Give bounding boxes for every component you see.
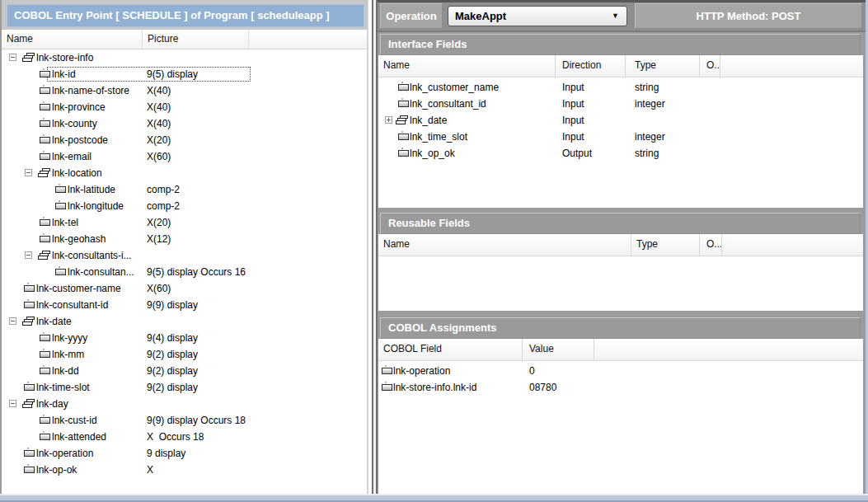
- tree-item-name: lnk-location: [52, 165, 102, 181]
- tree-row[interactable]: lnk-telX(20): [2, 214, 367, 231]
- tree-item-name: lnk-mm: [52, 346, 84, 363]
- tree-row[interactable]: lnk-mm9(2) display: [2, 346, 367, 363]
- tree-row[interactable]: lnk-latitudecomp-2: [2, 181, 367, 198]
- column-header-occurs[interactable]: O...: [700, 55, 720, 77]
- group-icon: [22, 317, 35, 326]
- tree-row[interactable]: lnk-location: [2, 165, 367, 181]
- panel-splitter[interactable]: [368, 0, 378, 494]
- tree-item-name: lnk-yyyy: [52, 330, 87, 346]
- collapse-toggle-icon[interactable]: [9, 317, 16, 325]
- tree-item-name: lnk-customer-name: [36, 280, 121, 297]
- tree-item-picture: comp-2: [147, 181, 180, 198]
- interface-field-row[interactable]: lnk_op_okOutputstring: [378, 145, 863, 162]
- operation-select[interactable]: MakeAppt ▼: [448, 6, 627, 26]
- group-icon: [38, 168, 51, 178]
- column-header-direction[interactable]: Direction: [556, 55, 626, 77]
- expand-toggle-icon[interactable]: [385, 116, 392, 124]
- tree-row[interactable]: lnk-dd9(2) display: [2, 363, 367, 379]
- field-icon: [40, 137, 50, 143]
- assignment-value: 08780: [529, 379, 556, 396]
- interface-field-row[interactable]: lnk_dateInput: [378, 112, 863, 129]
- column-header-cobol-field[interactable]: COBOL Field: [378, 339, 523, 360]
- tree-item-name: lnk-consultan...: [68, 264, 134, 280]
- field-icon: [40, 434, 50, 440]
- column-header-value[interactable]: Value: [523, 339, 594, 360]
- tree-row[interactable]: lnk-longitudecomp-2: [2, 198, 367, 214]
- tree-item-picture: X(12): [147, 231, 171, 247]
- field-icon: [40, 104, 50, 110]
- tree-item-picture: 9 display: [147, 445, 185, 462]
- tree-row[interactable]: lnk-consultant-id9(9) display: [2, 297, 367, 313]
- assignment-row[interactable]: lnk-store-info.lnk-id08780: [378, 379, 863, 396]
- tree-row[interactable]: lnk-customer-nameX(60): [2, 280, 367, 297]
- tree-item-picture: X: [147, 462, 153, 478]
- tree-row[interactable]: lnk-postcodeX(20): [2, 132, 367, 148]
- column-header-picture[interactable]: Picture: [143, 30, 249, 49]
- tree-item-name: lnk-op-ok: [36, 462, 77, 478]
- window-frame-bottom: [0, 494, 868, 502]
- tree-item-picture: X(60): [147, 148, 171, 165]
- tree-item-picture: X(20): [147, 132, 171, 148]
- tree-row[interactable]: lnk-date: [2, 313, 367, 330]
- field-icon: [55, 203, 66, 209]
- cobol-entry-point-panel: COBOL Entry Point [ SCHEDULE ] of Progra…: [0, 0, 368, 494]
- column-header-name[interactable]: Name: [378, 55, 556, 77]
- field-direction: Output: [562, 145, 592, 162]
- tree-item-picture: comp-2: [147, 198, 180, 214]
- tree-item-picture: 9(2) display: [147, 379, 198, 396]
- field-icon: [24, 450, 35, 457]
- tree-item-picture: 9(4) display: [147, 330, 198, 346]
- tree-row[interactable]: lnk-provinceX(40): [2, 99, 367, 115]
- tree-row[interactable]: lnk-id9(5) display: [2, 66, 367, 82]
- tree-row[interactable]: lnk-cust-id9(9) display Occurs 18: [2, 412, 367, 429]
- tree-row[interactable]: lnk-op-okX: [2, 462, 367, 478]
- tree-row[interactable]: lnk-name-of-storeX(40): [2, 82, 367, 99]
- tree-item-picture: X(20): [147, 214, 171, 231]
- tree-row[interactable]: lnk-attendedX Occurs 18: [2, 429, 367, 445]
- assignment-row[interactable]: lnk-operation0: [378, 363, 863, 379]
- operation-selected-value: MakeAppt: [455, 7, 506, 26]
- field-direction: Input: [562, 112, 584, 129]
- tree-row[interactable]: lnk-geohashX(12): [2, 231, 367, 247]
- field-icon: [24, 302, 35, 308]
- column-header-occurs[interactable]: O...: [700, 234, 722, 256]
- tree-item-picture: 9(5) display Occurs 16: [147, 264, 246, 280]
- chevron-down-icon[interactable]: ▼: [612, 7, 619, 26]
- field-type: string: [635, 79, 659, 96]
- tree-row[interactable]: lnk-yyyy9(4) display: [2, 330, 367, 346]
- interface-field-row[interactable]: lnk_consultant_idInputinteger: [378, 96, 863, 112]
- tree-item-name: lnk-geohash: [52, 231, 106, 247]
- field-icon: [55, 269, 66, 275]
- tree-item-name: lnk-latitude: [68, 181, 115, 198]
- tree-item-picture: X Occurs 18: [147, 429, 204, 445]
- tree-row[interactable]: lnk-day: [2, 396, 367, 412]
- tree-item-name: lnk-consultant-id: [36, 297, 108, 313]
- reusable-fields-rows: [378, 256, 863, 258]
- tree-row[interactable]: lnk-consultan...9(5) display Occurs 16: [2, 264, 367, 280]
- tree-row[interactable]: lnk-countyX(40): [2, 115, 367, 132]
- interface-field-row[interactable]: lnk_customer_nameInputstring: [378, 79, 863, 96]
- field-icon: [40, 236, 50, 242]
- column-header-name[interactable]: Name: [2, 30, 143, 49]
- tree-item-name: lnk-cust-id: [52, 412, 97, 429]
- collapse-toggle-icon[interactable]: [9, 54, 16, 61]
- tree-row[interactable]: lnk-emailX(60): [2, 148, 367, 165]
- collapse-toggle-icon[interactable]: [25, 251, 32, 259]
- tree-item-name: lnk-longitude: [68, 198, 124, 214]
- interface-field-row[interactable]: lnk_time_slotInputinteger: [378, 129, 863, 145]
- collapse-toggle-icon[interactable]: [9, 400, 16, 407]
- field-name: lnk_consultant_id: [410, 96, 486, 112]
- collapse-toggle-icon[interactable]: [25, 169, 32, 176]
- tree-row[interactable]: lnk-time-slot9(2) display: [2, 379, 367, 396]
- tree-item-picture: X(60): [147, 280, 171, 297]
- column-header-name[interactable]: Name: [378, 234, 631, 256]
- tree-item-name: lnk-store-info: [36, 49, 93, 66]
- group-icon: [22, 399, 35, 409]
- tree-row[interactable]: lnk-operation9 display: [2, 445, 367, 462]
- column-header-type[interactable]: Type: [626, 55, 700, 77]
- column-header-type[interactable]: Type: [631, 234, 700, 256]
- tree-row[interactable]: lnk-consultants-i...: [2, 247, 367, 264]
- field-icon: [40, 71, 50, 77]
- tree-row[interactable]: lnk-store-info: [2, 49, 367, 66]
- field-icon: [24, 384, 35, 391]
